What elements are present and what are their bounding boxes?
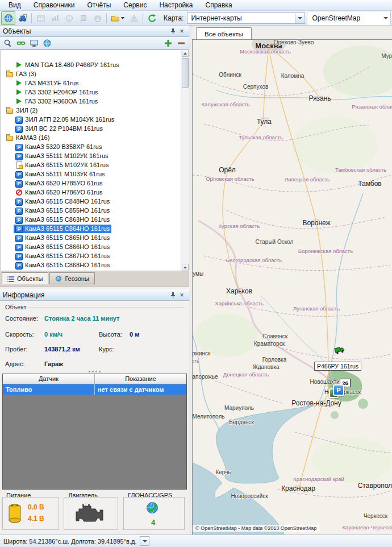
map-tab-all-objects[interactable]: Все объекты <box>196 27 252 40</box>
column-header-reading[interactable]: Показание <box>95 374 186 384</box>
menu-item[interactable]: Справка <box>199 1 238 10</box>
tree-item[interactable]: ГАЗ (3) <box>1 69 188 78</box>
tree-item[interactable]: КамАЗ 65115 С867НО 161rus <box>1 251 188 260</box>
tree-item[interactable]: ЗИЛ ВС 22 Р104ВМ 161rus <box>1 124 188 133</box>
map-label: Ждановка <box>252 364 279 370</box>
screenshot-button[interactable] <box>28 38 40 48</box>
tree-item[interactable]: КамАЗ 65115 С865НО 161rus <box>1 233 188 242</box>
external-voltage-value: 0.0 В <box>28 503 44 511</box>
find-on-map-button[interactable] <box>15 11 30 25</box>
map-label: Московская область <box>240 48 291 55</box>
menu-item[interactable]: Сервис <box>117 1 153 10</box>
vehicle-status-icon <box>15 198 23 205</box>
tree-item[interactable]: КамАЗ 6520 Н785УО 61rus <box>1 179 188 188</box>
map-label: Карачаево-Черкесская <box>343 524 392 531</box>
tree-item[interactable]: КамАЗ 65115 С864НО 161rus <box>1 224 188 233</box>
tree-item[interactable]: КамАЗ 65115 С863НО 161rus <box>1 215 188 224</box>
tree-item[interactable]: ГАЗ 3302 Н360ОА 161rus <box>1 97 188 106</box>
tree-item-label-area: ГАЗ (3) <box>5 70 38 78</box>
tree-item-label-area: КамАЗ 65115 С866НО 161rus <box>14 243 111 251</box>
gps-groupbox: 4 <box>123 497 185 530</box>
map-folder-button[interactable] <box>109 11 127 25</box>
vehicle-status-icon <box>15 180 23 187</box>
map-label: Курская область <box>219 223 260 229</box>
scroll-up-button[interactable] <box>182 49 189 57</box>
link-object-button[interactable] <box>15 38 27 48</box>
tree-item[interactable]: КАМАЗ (16) <box>1 133 188 142</box>
vehicle-status-icon <box>15 61 23 69</box>
tree-item-label-area: ГАЗ 3302 Н360ОА 161rus <box>14 97 99 106</box>
tree-item[interactable]: ЗИЛ АГП 22.05 М104УК 161rus <box>1 115 188 124</box>
map-type-combobox[interactable]: Интернет-карты <box>187 13 305 24</box>
menu-item[interactable]: Отчёты <box>81 1 117 10</box>
tree-item[interactable]: КамАЗ 55111 М102УК 161rus <box>1 151 188 160</box>
map-label: Тамбовская область <box>335 167 386 173</box>
panel-tab[interactable]: Геозоны <box>49 272 94 284</box>
combobox-arrow-button[interactable] <box>295 14 304 23</box>
tree-item[interactable]: КамАЗ 65115 С848НО 161rus <box>1 197 188 206</box>
add-object-button[interactable] <box>162 38 174 48</box>
map-label: Черкесск <box>364 513 387 519</box>
print-button[interactable] <box>90 11 105 25</box>
map-label: Мелитополь <box>193 413 225 420</box>
tree-item[interactable]: КамАЗ 6520 Н786УО 61rus <box>1 188 188 197</box>
tree-item[interactable]: КамАЗ 65115 С868НО 161rus <box>1 260 188 270</box>
map-label: Ростов-на-Дону <box>291 399 341 407</box>
map-label: Славянск <box>262 333 287 339</box>
scrollbar-thumb[interactable] <box>182 58 189 88</box>
tree-scrollbar[interactable] <box>181 49 189 271</box>
coordinates-dropdown-button[interactable] <box>140 536 149 546</box>
refresh-button[interactable] <box>145 11 159 25</box>
find-object-button[interactable] <box>2 38 14 48</box>
stop-button[interactable] <box>76 11 90 25</box>
map-provider-combobox[interactable]: OpenStreetMap <box>307 11 391 26</box>
map-label: Старый Оскол <box>256 239 294 245</box>
tree-item[interactable]: КамАЗ 5320 В358ХР 61rus <box>1 142 188 151</box>
show-objects-on-map-button[interactable] <box>1 11 15 25</box>
tab-icon <box>7 275 14 282</box>
tree-item[interactable]: КамАЗ 55111 М103УК 61rus <box>1 169 188 179</box>
tree-item[interactable]: ГАЗ М431УЕ 61rus <box>1 78 188 88</box>
toolbar-separator <box>106 13 107 23</box>
bar-chart-icon <box>51 14 60 23</box>
main-toolbar: Карта: Интернет-карты OpenStreetMap <box>0 11 392 26</box>
close-panel-button[interactable]: × <box>177 27 186 36</box>
scroll-down-button[interactable] <box>182 264 189 271</box>
map-label: Коломна <box>281 73 305 79</box>
menu-item[interactable]: Вид <box>2 1 27 10</box>
show-all-on-map-button[interactable] <box>41 38 53 48</box>
pin-icon[interactable] <box>168 291 177 300</box>
speed-label: Скорость: <box>5 331 34 338</box>
map-canvas <box>193 40 392 534</box>
binoculars-icon <box>18 14 27 23</box>
globe-icon <box>43 39 52 48</box>
close-panel-button[interactable]: × <box>177 291 186 300</box>
splitter-handle[interactable] <box>0 370 189 373</box>
vehicle-status-icon <box>15 116 23 123</box>
menu-item[interactable]: Настройка <box>153 1 199 10</box>
map-label: Сумы <box>192 271 203 277</box>
map-label: Воронеж <box>302 219 330 227</box>
alerts-button[interactable] <box>127 11 141 25</box>
delete-object-button[interactable] <box>176 38 187 48</box>
altitude-value: 0 м <box>130 331 139 338</box>
menu-item[interactable]: Справочники <box>27 1 81 10</box>
parked-vehicle-marker[interactable]: P <box>329 384 344 399</box>
panel-tab[interactable]: Объекты <box>2 272 48 284</box>
map-viewport[interactable]: МоскваОрехово-ЗуевоМосковская областьМур… <box>192 39 392 534</box>
tree-item[interactable]: КамАЗ 65115 М102УК 161rus <box>1 160 188 169</box>
tree-item[interactable]: ЗИЛ (2) <box>1 106 188 115</box>
vehicle-marker-label[interactable]: Р466РУ 161rus <box>314 362 361 371</box>
tree-item[interactable]: КамАЗ 65115 С866НО 161rus <box>1 242 188 251</box>
tree-item[interactable]: ГАЗ 3302 Н204ОР 161rus <box>1 88 188 97</box>
warning-icon <box>130 14 139 23</box>
sensor-row[interactable]: Топливо нет связи с датчиком <box>3 384 186 395</box>
tree-item[interactable]: MAN TGA 18.480 Р466РУ 161rus <box>1 60 188 69</box>
tree-item[interactable]: КамАЗ 65115 С855НО 161rus <box>1 206 188 215</box>
vehicle-status-icon <box>15 262 23 269</box>
chart-button[interactable] <box>48 11 62 25</box>
table-view-button[interactable] <box>34 11 48 25</box>
pin-icon[interactable] <box>168 27 177 36</box>
track-button[interactable] <box>62 11 76 25</box>
column-header-sensor[interactable]: Датчик <box>3 374 95 384</box>
